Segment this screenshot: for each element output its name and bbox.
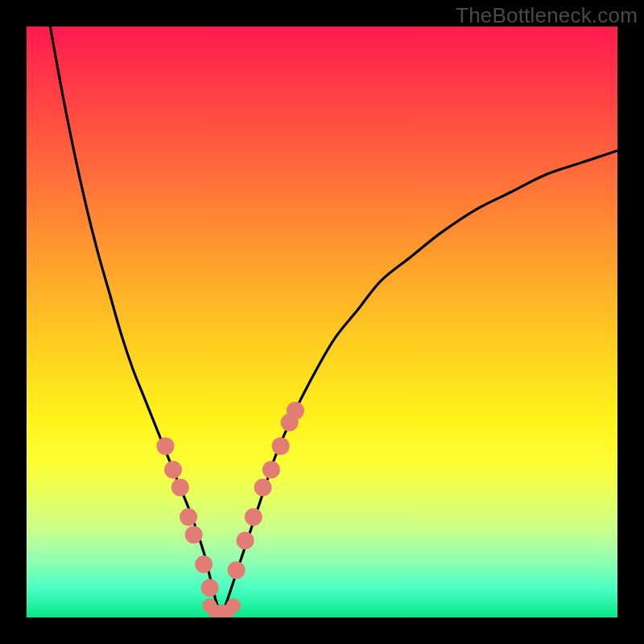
curve-marker bbox=[272, 437, 290, 455]
marker-group bbox=[156, 402, 303, 617]
curve-marker bbox=[262, 461, 280, 479]
curve-marker bbox=[195, 555, 213, 573]
curve-marker bbox=[171, 479, 189, 497]
curve-marker bbox=[156, 437, 174, 455]
right-curve bbox=[221, 151, 617, 617]
plot-area bbox=[27, 27, 617, 617]
curve-marker bbox=[254, 479, 272, 497]
curve-marker bbox=[245, 508, 262, 526]
curve-layer bbox=[27, 27, 617, 617]
curve-marker bbox=[287, 402, 304, 419]
curve-marker bbox=[237, 532, 254, 550]
curve-marker bbox=[164, 461, 182, 479]
curve-marker bbox=[185, 526, 203, 543]
curve-marker bbox=[180, 508, 197, 526]
watermark: TheBottleneck.com bbox=[456, 3, 638, 28]
chart-stage: TheBottleneck.com bbox=[0, 0, 644, 644]
curve-marker bbox=[226, 598, 241, 613]
curve-marker bbox=[201, 579, 219, 597]
curve-marker bbox=[228, 561, 246, 579]
